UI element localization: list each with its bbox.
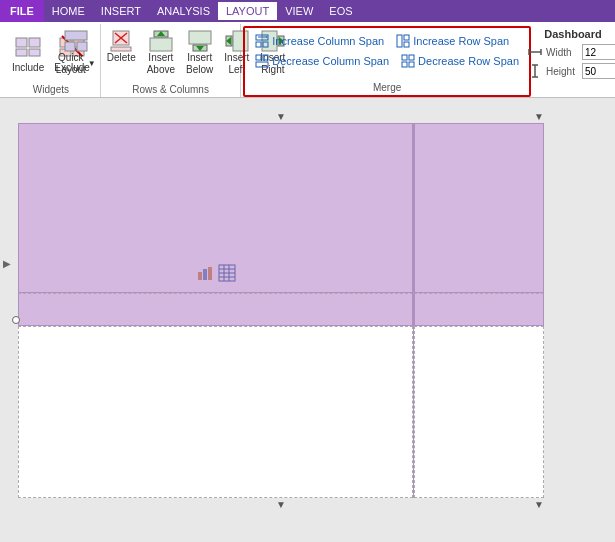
svg-rect-33 [397, 35, 402, 47]
width-icon [528, 45, 542, 59]
insert-below-button[interactable]: Insert Below [182, 28, 217, 78]
delete-button[interactable]: Delete [103, 28, 140, 66]
canvas-area: ▶ ▼ ▼ ▼ ▼ [0, 98, 615, 542]
table-icon [218, 264, 236, 282]
cell-icons [196, 264, 236, 282]
merge-group: Increase Column Span Increase Row Span [243, 26, 531, 97]
svg-rect-9 [65, 31, 87, 40]
svg-rect-29 [256, 42, 261, 47]
merge-row-1: Increase Column Span Increase Row Span [251, 32, 523, 50]
decrease-row-span-icon [401, 54, 415, 68]
svg-rect-40 [409, 55, 414, 60]
svg-rect-41 [402, 62, 407, 67]
include-button[interactable]: Include [8, 28, 48, 75]
increase-row-span-label: Increase Row Span [413, 35, 509, 47]
decrease-row-span-label: Decrease Row Span [418, 55, 519, 67]
widgets-group-label: Widgets [2, 84, 100, 95]
svg-rect-30 [263, 42, 268, 47]
increase-col-span-button[interactable]: Increase Column Span [251, 32, 388, 50]
top-right-arrow[interactable]: ▼ [534, 111, 544, 122]
svg-rect-42 [409, 62, 414, 67]
quick-layout-button[interactable]: Quick Layout ▼ [52, 28, 100, 78]
svg-rect-37 [263, 55, 268, 60]
delete-icon [109, 30, 133, 52]
height-label: Height [546, 66, 578, 77]
include-icon [12, 30, 44, 62]
svg-rect-15 [111, 47, 131, 51]
svg-rect-50 [203, 269, 207, 280]
ribbon: Include Exclude Widgets [0, 22, 615, 98]
svg-rect-49 [198, 272, 202, 280]
delete-label: Delete [107, 52, 136, 64]
increase-row-span-icon [396, 34, 410, 48]
width-input[interactable] [582, 44, 615, 60]
menu-home[interactable]: HOME [44, 2, 93, 20]
cell-r1c2[interactable] [414, 123, 544, 293]
cell-r3c1[interactable] [18, 326, 413, 498]
svg-rect-10 [65, 42, 75, 51]
svg-rect-36 [256, 55, 261, 60]
menu-view[interactable]: VIEW [277, 2, 321, 20]
left-resize-handle[interactable]: ▶ [3, 258, 11, 269]
file-menu[interactable]: FILE [0, 0, 44, 22]
left-middle-handle[interactable] [12, 316, 20, 324]
svg-rect-1 [29, 38, 40, 47]
menu-layout[interactable]: LAYOUT [218, 2, 277, 20]
svg-rect-16 [150, 38, 172, 51]
height-icon [528, 64, 542, 78]
bottom-right-arrow[interactable]: ▼ [534, 499, 544, 510]
top-resize-arrow[interactable]: ▼ [276, 111, 286, 122]
menu-bar: FILE HOME INSERT ANALYSIS LAYOUT VIEW EO… [0, 0, 615, 22]
merge-row-2: Decrease Column Span Decrease Row Span [251, 52, 523, 70]
svg-rect-34 [404, 35, 409, 40]
insert-above-icon [149, 30, 173, 52]
quick-layout-icon [64, 30, 88, 52]
svg-rect-35 [404, 42, 409, 47]
decrease-col-span-label: Decrease Column Span [272, 55, 389, 67]
table-container: ▼ ▼ ▼ ▼ [18, 123, 544, 498]
dashboard-group: Dashboard Width Height [533, 24, 613, 97]
svg-rect-38 [256, 62, 268, 67]
svg-rect-11 [77, 42, 87, 51]
height-input[interactable] [582, 63, 615, 79]
menu-analysis[interactable]: ANALYSIS [149, 2, 218, 20]
menu-eos[interactable]: EOS [321, 2, 360, 20]
svg-rect-3 [29, 49, 40, 56]
width-field: Width [528, 44, 615, 60]
cell-r2c1[interactable] [18, 293, 413, 326]
dashboard-title: Dashboard [544, 28, 601, 40]
increase-col-span-label: Increase Column Span [272, 35, 384, 47]
svg-rect-39 [402, 55, 407, 60]
cell-r2c2[interactable] [414, 293, 544, 326]
cell-r1c1[interactable] [18, 123, 413, 293]
decrease-col-span-icon [255, 54, 269, 68]
svg-rect-2 [16, 49, 27, 56]
menu-insert[interactable]: INSERT [93, 2, 149, 20]
svg-rect-19 [189, 31, 211, 44]
decrease-col-span-button[interactable]: Decrease Column Span [251, 52, 393, 70]
quick-layout-label: Quick Layout ▼ [56, 52, 96, 76]
insert-above-button[interactable]: Insert Above [143, 28, 179, 78]
merge-group-label: Merge [245, 82, 529, 93]
bar-chart-icon [196, 264, 214, 282]
rows-cols-group: Quick Layout ▼ Delete [101, 24, 241, 97]
increase-row-span-button[interactable]: Increase Row Span [392, 32, 513, 50]
menu-items: HOME INSERT ANALYSIS LAYOUT VIEW EOS [44, 0, 361, 22]
insert-above-label: Insert Above [147, 52, 175, 76]
svg-rect-51 [208, 267, 212, 280]
insert-below-label: Insert Below [186, 52, 213, 76]
rows-cols-label: Rows & Columns [101, 84, 240, 95]
vertical-divider [413, 123, 414, 498]
bottom-center-arrow[interactable]: ▼ [276, 499, 286, 510]
insert-below-icon [188, 30, 212, 52]
include-label: Include [12, 62, 44, 73]
svg-rect-0 [16, 38, 27, 47]
increase-col-span-icon [255, 34, 269, 48]
decrease-row-span-button[interactable]: Decrease Row Span [397, 52, 523, 70]
cell-r3c2[interactable] [414, 326, 544, 498]
height-field: Height [528, 63, 615, 79]
width-label: Width [546, 47, 578, 58]
